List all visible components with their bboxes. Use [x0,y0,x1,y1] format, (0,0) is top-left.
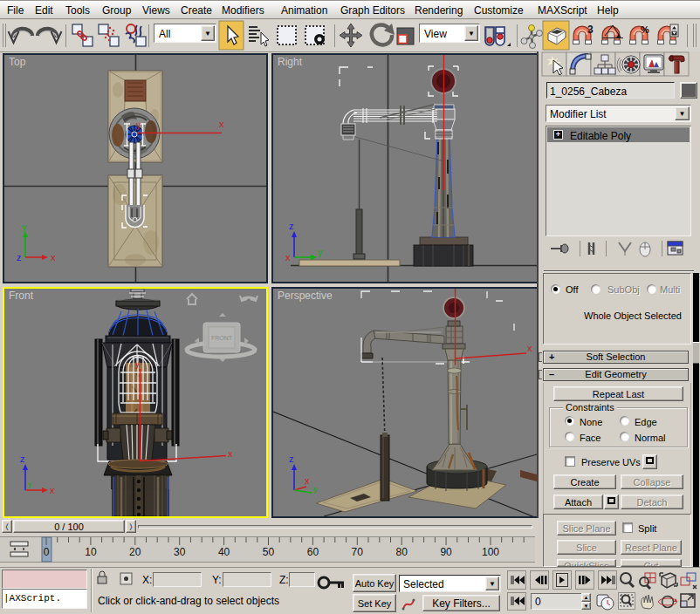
svg-text:z: z [20,454,25,464]
svg-text:x: x [527,343,532,353]
svg-text:x: x [285,252,291,263]
svg-text:%: % [641,24,649,35]
svg-text:10: 10 [85,546,97,558]
svg-text:x: x [228,448,233,459]
svg-text:70: 70 [352,546,364,558]
svg-text:y: y [318,247,323,257]
svg-text:60: 60 [307,546,319,558]
svg-text:x: x [305,475,310,486]
svg-text:x: x [50,485,55,495]
svg-text:x: x [51,252,56,263]
svg-text:20: 20 [129,546,141,558]
svg-text:y: y [135,359,140,369]
svg-text:z: z [289,454,294,464]
svg-text:FRONT: FRONT [211,335,233,341]
svg-text:80: 80 [396,546,408,558]
svg-text:x: x [219,119,224,129]
svg-text:0: 0 [44,546,50,558]
svg-text:y: y [28,480,32,488]
svg-text:40: 40 [218,546,230,558]
svg-text:30: 30 [174,546,186,558]
svg-text:y: y [22,222,27,232]
svg-text:50: 50 [263,546,275,558]
svg-text:90: 90 [440,546,452,558]
svg-text:y: y [313,485,318,494]
svg-text:y: y [136,120,141,130]
svg-text:z: z [289,221,294,231]
svg-text:3: 3 [587,24,594,36]
svg-text:100: 100 [482,546,499,558]
svg-text:z: z [17,252,22,263]
